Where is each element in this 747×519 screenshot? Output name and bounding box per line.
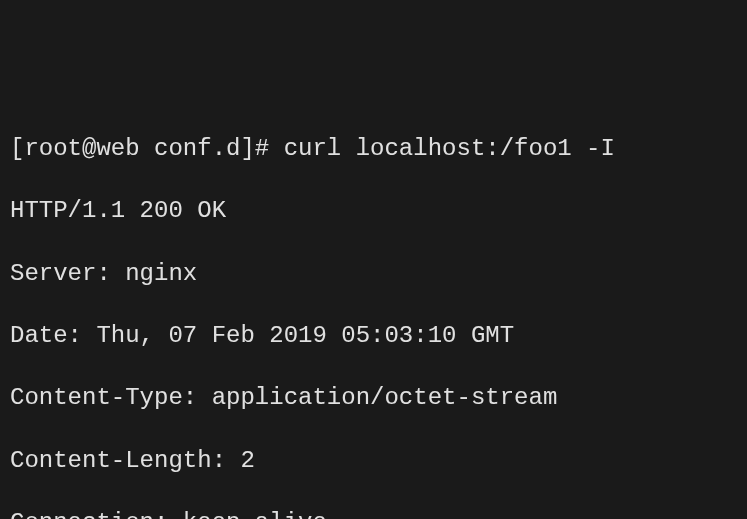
header-date: Date: Thu, 07 Feb 2019 05:03:10 GMT [10,320,737,351]
header-connection: Connection: keep-alive [10,507,737,519]
http-status-line: HTTP/1.1 200 OK [10,195,737,226]
terminal-prompt-line: [root@web conf.d]# curl localhost:/foo1 … [10,133,737,164]
header-content-type: Content-Type: application/octet-stream [10,382,737,413]
header-content-length: Content-Length: 2 [10,445,737,476]
header-server: Server: nginx [10,258,737,289]
